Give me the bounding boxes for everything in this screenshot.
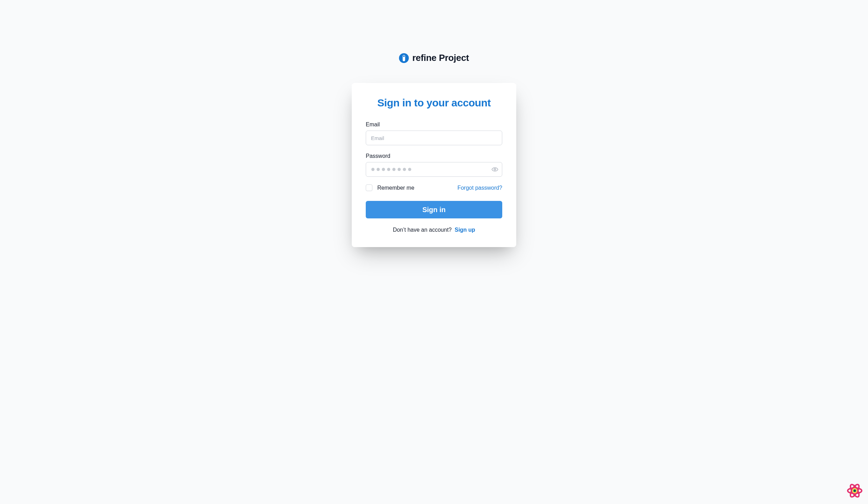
email-field-group: Email — [366, 121, 502, 145]
signin-button[interactable]: Sign in — [366, 201, 502, 218]
brand-title: refine Project — [412, 52, 469, 63]
react-query-devtools-button[interactable] — [846, 482, 863, 499]
forgot-password-link[interactable]: Forgot password? — [457, 185, 502, 191]
remember-me-label[interactable]: Remember me — [377, 185, 414, 191]
svg-point-2 — [403, 55, 405, 57]
options-row: Remember me Forgot password? — [366, 184, 502, 191]
svg-point-3 — [494, 169, 496, 170]
password-input[interactable] — [366, 162, 502, 177]
brand-header: refine Project — [399, 52, 469, 63]
signin-card: Sign in to your account Email Password — [352, 83, 516, 247]
react-query-devtools-icon — [846, 494, 863, 500]
signup-row: Don’t have an account? Sign up — [366, 227, 502, 233]
toggle-password-visibility-button[interactable] — [490, 164, 500, 175]
signup-prompt: Don’t have an account? — [393, 227, 451, 233]
email-input[interactable] — [366, 131, 502, 145]
remember-me-checkbox[interactable] — [366, 184, 372, 191]
svg-point-9 — [854, 490, 855, 491]
refine-logo-icon — [399, 53, 409, 63]
remember-me-group: Remember me — [366, 184, 414, 191]
eye-icon — [491, 166, 498, 173]
email-label: Email — [366, 121, 502, 128]
password-field-group: Password — [366, 153, 502, 177]
signup-link[interactable]: Sign up — [455, 227, 475, 233]
password-label: Password — [366, 153, 502, 159]
card-title: Sign in to your account — [366, 97, 502, 109]
